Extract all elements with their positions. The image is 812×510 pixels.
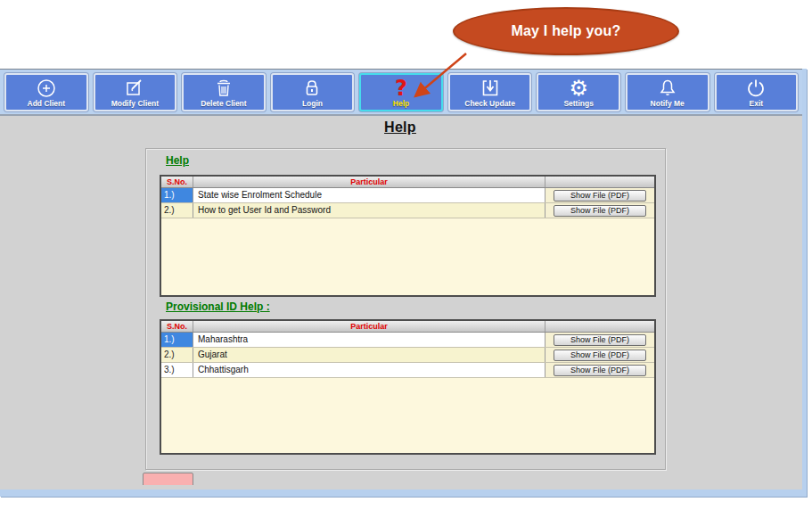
row-sno: 2.) — [161, 348, 193, 362]
help-panel: Help S.No. Particular 1.) State wise Enr… — [145, 148, 666, 470]
table-row[interactable]: 3.) Chhattisgarh Show File (PDF) — [161, 363, 654, 378]
login-button[interactable]: Login — [271, 73, 355, 111]
power-icon — [745, 77, 767, 99]
row-particular: How to get User Id and Password — [193, 203, 545, 218]
notify-me-label: Notify Me — [651, 99, 685, 108]
delete-client-label: Delete Client — [201, 99, 247, 108]
col-header-sno: S.No. — [161, 321, 193, 332]
help-label: Help — [393, 99, 409, 108]
help-button[interactable]: ? Help — [359, 73, 443, 111]
add-circle-icon — [36, 77, 57, 99]
add-client-button[interactable]: Add Client — [4, 73, 88, 111]
edit-icon — [124, 77, 145, 99]
row-sno: 2.) — [161, 203, 193, 218]
main-toolbar: Add Client Modify Client — [0, 69, 802, 116]
row-sno: 3.) — [161, 363, 193, 377]
row-sno: 1.) — [161, 333, 193, 347]
col-header-particular: Particular — [193, 321, 545, 332]
col-header-action — [545, 321, 654, 332]
help-table: S.No. Particular 1.) State wise Enrolmen… — [160, 175, 656, 297]
row-particular: State wise Enrolment Schedule — [193, 188, 545, 202]
download-icon — [480, 77, 501, 99]
page-title: Help — [0, 119, 800, 136]
col-header-particular: Particular — [193, 177, 545, 187]
delete-client-button[interactable]: Delete Client — [182, 73, 266, 111]
pink-partial-button[interactable] — [143, 473, 193, 485]
section-heading-provisional-id: Provisional ID Help : — [166, 300, 270, 313]
show-file-pdf-button[interactable]: Show File (PDF) — [554, 205, 646, 217]
exit-button[interactable]: Exit — [715, 73, 799, 111]
modify-client-button[interactable]: Modify Client — [94, 73, 177, 111]
row-particular: Chhattisgarh — [193, 363, 545, 377]
show-file-pdf-button[interactable]: Show File (PDF) — [554, 350, 646, 361]
show-file-pdf-button[interactable]: Show File (PDF) — [554, 365, 646, 376]
modify-client-label: Modify Client — [111, 99, 159, 108]
settings-label: Settings — [563, 99, 594, 108]
settings-button[interactable]: ⚙ Settings — [537, 73, 620, 111]
row-particular: Maharashtra — [193, 333, 545, 347]
check-update-label: Check Update — [464, 99, 515, 108]
row-sno: 1.) — [161, 188, 193, 202]
bell-icon — [657, 77, 678, 99]
table-row[interactable]: 1.) Maharashtra Show File (PDF) — [161, 333, 654, 348]
col-header-action — [545, 177, 654, 187]
table-row[interactable]: 2.) Gujarat Show File (PDF) — [161, 348, 654, 363]
table-row[interactable]: 2.) How to get User Id and Password Show… — [161, 203, 654, 218]
lock-icon — [301, 77, 323, 99]
provisional-table-header: S.No. Particular — [161, 321, 654, 333]
help-table-header: S.No. Particular — [161, 177, 654, 188]
gear-icon: ⚙ — [569, 77, 588, 99]
screen: May I help you? Add Client — [0, 0, 812, 510]
row-particular: Gujarat — [193, 348, 545, 362]
exit-label: Exit — [749, 99, 763, 108]
login-label: Login — [302, 99, 323, 108]
content-area: Help Help S.No. Particular 1.) State wis… — [0, 116, 802, 485]
provisional-id-table: S.No. Particular 1.) Maharashtra Show Fi… — [160, 319, 656, 455]
check-update-button[interactable]: Check Update — [448, 73, 532, 111]
add-client-label: Add Client — [28, 99, 66, 108]
section-heading-help: Help — [166, 154, 189, 167]
show-file-pdf-button[interactable]: Show File (PDF) — [554, 334, 646, 346]
notify-me-button[interactable]: Notify Me — [626, 73, 709, 111]
help-callout-bubble: May I help you? — [453, 7, 679, 55]
help-callout-text: May I help you? — [511, 23, 620, 39]
col-header-sno: S.No. — [161, 177, 193, 187]
question-icon: ? — [395, 77, 407, 99]
app-window: Add Client Modify Client — [0, 69, 807, 497]
table-row[interactable]: 1.) State wise Enrolment Schedule Show F… — [161, 188, 654, 203]
trash-icon — [213, 77, 234, 99]
show-file-pdf-button[interactable]: Show File (PDF) — [554, 190, 646, 202]
